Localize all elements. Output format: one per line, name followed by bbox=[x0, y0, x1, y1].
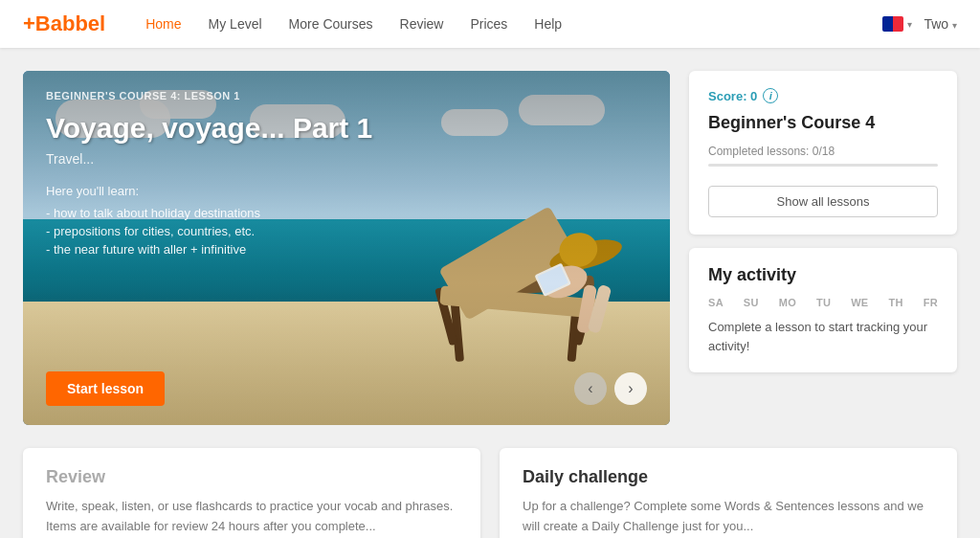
flag-chevron: ▾ bbox=[907, 19, 912, 30]
progress-bar bbox=[708, 164, 938, 167]
user-label-text: Two bbox=[924, 16, 948, 32]
day-su: SU bbox=[744, 297, 759, 308]
hero-title: Voyage, voyage... Part 1 bbox=[46, 111, 647, 146]
user-menu[interactable]: Two ▾ bbox=[924, 16, 957, 32]
hero-bottom-bar: Start lesson ‹ › bbox=[46, 371, 647, 406]
flag-icon bbox=[882, 16, 903, 32]
day-mo: MO bbox=[779, 297, 796, 308]
user-chevron: ▾ bbox=[952, 20, 957, 31]
learn-item-1: how to talk about holiday destinations bbox=[46, 206, 647, 220]
activity-message: Complete a lesson to start tracking your… bbox=[708, 318, 938, 355]
hero-card: Beginner's Course 4: Lesson 1 Voyage, vo… bbox=[23, 71, 670, 425]
prev-slide-button[interactable]: ‹ bbox=[574, 372, 607, 405]
start-lesson-button[interactable]: Start lesson bbox=[46, 371, 165, 406]
slide-nav-arrows: ‹ › bbox=[574, 372, 647, 405]
day-we: WE bbox=[851, 297, 868, 308]
language-selector[interactable]: ▾ bbox=[882, 16, 912, 32]
day-tu: TU bbox=[816, 297, 831, 308]
show-all-lessons-button[interactable]: Show all lessons bbox=[708, 186, 938, 217]
right-panel: Score: 0 i Beginner's Course 4 Completed… bbox=[689, 71, 957, 425]
hero-badge: Beginner's Course 4: Lesson 1 bbox=[46, 90, 647, 101]
score-line: Score: 0 i bbox=[708, 88, 938, 103]
daily-challenge-text: Up for a challenge? Complete some Words … bbox=[523, 497, 934, 537]
info-icon[interactable]: i bbox=[763, 88, 778, 103]
day-fr: FR bbox=[924, 297, 938, 308]
nav-item-my-level[interactable]: My Level bbox=[195, 0, 276, 48]
day-th: TH bbox=[888, 297, 902, 308]
score-label: Score: 0 bbox=[708, 89, 757, 103]
course-title: Beginner's Course 4 bbox=[708, 113, 938, 133]
bottom-cards: Review Write, speak, listen, or use flas… bbox=[0, 448, 980, 538]
days-row: SA SU MO TU WE TH FR bbox=[708, 297, 938, 308]
next-slide-button[interactable]: › bbox=[614, 372, 647, 405]
nav-item-review[interactable]: Review bbox=[387, 0, 457, 48]
activity-card: My activity SA SU MO TU WE TH FR Complet… bbox=[689, 248, 957, 372]
nav-item-prices[interactable]: Prices bbox=[457, 0, 521, 48]
logo[interactable]: +Babbel bbox=[23, 11, 105, 36]
activity-title: My activity bbox=[708, 265, 938, 285]
review-card-text: Write, speak, listen, or use flashcards … bbox=[46, 497, 457, 537]
nav-item-help[interactable]: Help bbox=[521, 0, 575, 48]
daily-challenge-card: Daily challenge Up for a challenge? Comp… bbox=[500, 448, 957, 538]
hero-learn-list: how to talk about holiday destinations p… bbox=[46, 206, 647, 257]
course-card: Score: 0 i Beginner's Course 4 Completed… bbox=[689, 71, 957, 235]
learn-item-3: the near future with aller + infinitive bbox=[46, 242, 647, 257]
day-sa: SA bbox=[708, 297, 724, 308]
review-card-title: Review bbox=[46, 467, 457, 487]
learn-item-2: prepositions for cities, countries, etc. bbox=[46, 224, 647, 238]
nav-item-more-courses[interactable]: More Courses bbox=[276, 0, 387, 48]
header-right: ▾ Two ▾ bbox=[882, 16, 957, 32]
review-card: Review Write, speak, listen, or use flas… bbox=[23, 448, 480, 538]
completed-lessons-text: Completed lessons: 0/18 bbox=[708, 145, 938, 158]
main-nav: Home My Level More Courses Review Prices… bbox=[132, 0, 882, 48]
nav-item-home[interactable]: Home bbox=[132, 0, 194, 48]
hero-subtitle: Travel... bbox=[46, 151, 647, 167]
main-content: Beginner's Course 4: Lesson 1 Voyage, vo… bbox=[0, 48, 980, 448]
hero-learn-heading: Here you'll learn: bbox=[46, 184, 647, 198]
daily-challenge-title: Daily challenge bbox=[523, 467, 934, 487]
header: +Babbel Home My Level More Courses Revie… bbox=[0, 0, 980, 48]
